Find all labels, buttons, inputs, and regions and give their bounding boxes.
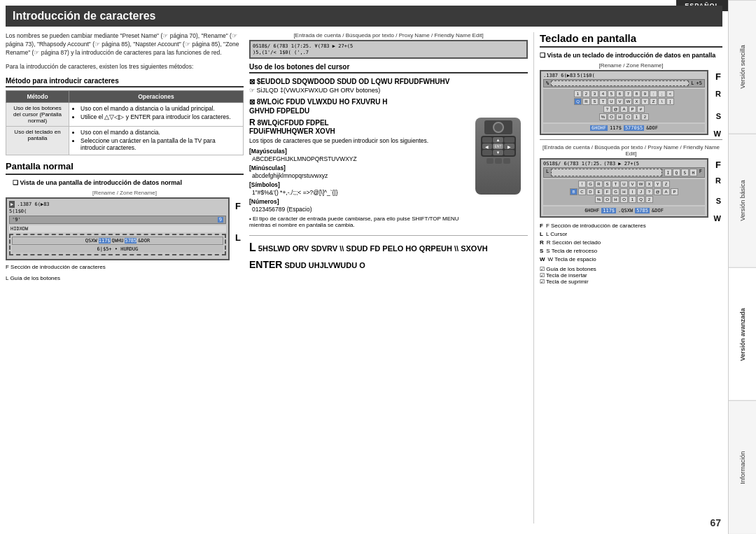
- remote-center-button: [493, 122, 504, 133]
- char-section-2: ⊠ 8WLOiC FDUD VLWXDU HO FXUVRU H GHVHD F…: [249, 97, 528, 115]
- screen-row-top: ▶ .1387 6(▶83: [9, 201, 226, 208]
- adv-input: L I Q S H F: [543, 167, 705, 178]
- mayusculas-value: ABCDEFGHIJKLMNOPQRSTUVWXYZ: [252, 155, 357, 162]
- adv-label-W: W: [714, 214, 721, 223]
- table-header-ops: Operaciones: [69, 90, 244, 102]
- char-section-3: R 8WLQiCFDUD FDPEL FDUiFWHUHQWER XOVH: [249, 118, 471, 135]
- R-label: R: [249, 118, 255, 127]
- intro-text2: Para la introducción de caracteres, exis…: [6, 63, 244, 71]
- bottom-section: L 5HSLWD ORV SDVRV \\ SDUD FD PELO HO QR…: [249, 235, 528, 272]
- pantalla-normal-subtitle: ❑ Vista de una pantalla de introducción …: [6, 179, 244, 186]
- screen-basic: .1387 6(▶83 5(1$0( % L +5 1 2: [540, 70, 708, 135]
- fn-L-teclado: L L Cursor: [540, 230, 722, 239]
- teclado-label-R: R: [715, 90, 721, 98]
- minusculas-value: abcdefghijklmnopqrstuvwxyz: [252, 172, 328, 179]
- teclado-label-F: F: [715, 71, 721, 82]
- shift-info: • El tipo de carácter de entrada puede c…: [249, 216, 471, 228]
- teclado-rename-label: [Rename / Zone Rename]: [540, 62, 722, 69]
- entry-label: [Entrada de cuenta / Búsqueda por texto …: [249, 32, 528, 38]
- adv-screen-bottom-row: 6HOHF 117$ .QSXW 5785 &DOF: [543, 206, 705, 215]
- content-layout: Los nombres se pueden cambiar mediante "…: [6, 32, 722, 524]
- teclado-label-W: W: [714, 129, 721, 138]
- sidebar-tab-version-sencilla[interactable]: Versión sencilla: [729, 0, 756, 134]
- method-ops-2: Uso con el mando a distancia. Seleccione…: [69, 126, 244, 155]
- teclado-label-S: S: [716, 112, 721, 120]
- numeros-value: 0123456789 (Espacio): [252, 206, 312, 213]
- keyboard-remote-layout: R 8WLQiCFDUD FDPEL FDUiFWHUHQWER XOVH Lo…: [249, 118, 528, 232]
- entry-screen: 0S18$/ 6(783 1(7:25. ¥(783 ▶ 27+(5 )5,(1…: [249, 40, 528, 59]
- minusculas-label: [Minúsculas]: [249, 164, 286, 171]
- main-content: Introducción de caracteres Los nombres s…: [0, 0, 728, 534]
- advanced-version-label: [Entrada de cuenta / Búsqueda por texto …: [540, 144, 722, 157]
- adv-label-S: S: [716, 197, 721, 205]
- teclado-screen-advanced: 0S18$/ 6(783 1(7:25. (783 ▶ 27+(5 L I Q …: [540, 158, 708, 218]
- page-title: Introducción de caracteres: [6, 6, 722, 27]
- simbolos-label: [Símbolos]: [249, 181, 280, 188]
- basic-input: % L +5: [543, 79, 705, 87]
- intro-text: Los nombres se pueden cambiar mediante "…: [6, 32, 244, 57]
- sidebar-tab-informacion[interactable]: Información: [729, 400, 756, 534]
- teclado-footnotes: F F Sección de introducción de caractere…: [540, 222, 722, 285]
- numeros-section: [Números] 0123456789 (Espacio): [249, 197, 471, 213]
- screen-dashed-box: QSXW 117$ QWHU 5785 &DOR 6|$5+ • HURDUG: [9, 234, 226, 255]
- adv-label-F: F: [715, 160, 721, 170]
- sidebar-tab-version-basica[interactable]: Versión básica: [729, 134, 756, 267]
- method-table: Método Operaciones Uso de los botones de…: [6, 90, 244, 155]
- screen-text-hidxow: HIDXOW: [9, 225, 226, 232]
- char-text-3: 8WLQiCFDUD FDPEL: [257, 119, 328, 127]
- adv-keyboard-display: ! G R S T U V W X Y Z: [543, 179, 705, 205]
- keyboard-display: 1 2 3 4 5 6 7 8 9 : ; <: [543, 89, 705, 122]
- fn-W-teclado: W W Tecla de espacio: [540, 255, 722, 264]
- pantalla-normal-title: Pantalla normal: [6, 161, 244, 175]
- mayusculas-section: [Mayúsculas] ABCDEFGHIJKLMNOPQRSTUVWXYZ: [249, 147, 471, 162]
- table-header-method: Método: [6, 90, 69, 102]
- method-ops-1: Uso con el mando a distancia o la unidad…: [69, 102, 244, 126]
- fn-S-teclado: S S Tecla de retroceso: [540, 247, 722, 255]
- screen-text-top: .1387 6(▶83: [17, 202, 49, 207]
- L-label-large: L: [249, 241, 256, 253]
- label-F: F: [235, 201, 241, 211]
- label-L: L: [235, 232, 241, 243]
- remote-control-area: ▲ ◀ ENT ▶ ▼: [475, 118, 528, 232]
- screen-advanced: 0S18$/ 6(783 1(7:25. (783 ▶ 27+(5 L I Q …: [540, 158, 708, 218]
- screen-input-row: '9' 9: [9, 216, 226, 224]
- screen-text-2: 5(1$0(: [9, 209, 226, 214]
- uso-botones-title: Uso de los botones del cursor: [249, 63, 528, 73]
- sidebar-tab-version-avanzada[interactable]: Versión avanzada: [729, 267, 756, 401]
- simbolos-value: 1"#$%&'() *+,-./:;;< =>?@[\]^_`{|}: [252, 189, 337, 196]
- method-name-1: Uso de los botones del cursor (Pantalla …: [6, 102, 69, 126]
- char-text-1: ⊠ $EUDOLD SDQWDOOD SDUD OD LQWU RFDUDFWH…: [249, 76, 528, 87]
- fn-extra: ☑ Guía de los botones ☑ Tecla de inserta…: [540, 266, 722, 285]
- teclado-screen-basic: .1387 6(▶83 5(1$0( % L +5 1 2: [540, 70, 708, 135]
- bottom-L-text: L 5HSLWD ORV SDVRV \\ SDUD FD PELO HO QR…: [249, 239, 528, 272]
- table-row: Uso del teclado en pantalla Uso con el m…: [6, 126, 244, 155]
- mayusculas-label: [Mayúsculas]: [249, 148, 287, 155]
- char-text-1b: ☞ SiJLQD ‡(VWUXFWXUD GH ORV botones): [249, 87, 528, 94]
- char-section-1: ⊠ $EUDOLD SDQWDOOD SDUD OD LQWU RFDUDFWH…: [249, 76, 528, 94]
- char-text-3b: FDUiFWHUHQWER XOVH: [249, 127, 471, 135]
- keyboard-text: R 8WLQiCFDUD FDPEL FDUiFWHUHQWER XOVH Lo…: [249, 118, 471, 232]
- page-number: 67: [710, 517, 721, 528]
- remote-control: ▲ ◀ ENT ▶ ▼: [475, 118, 521, 195]
- col-right: Teclado en pantalla ❑ Vista de un teclad…: [533, 32, 722, 524]
- method-name-2: Uso del teclado en pantalla: [6, 126, 69, 155]
- minusculas-section: [Minúsculas] abcdefghijklmnopqrstuvwxyz: [249, 164, 471, 179]
- screen-bottom-row: 6HOHF 117$ 5770$5 &DOF: [543, 124, 705, 132]
- right-sidebar: Versión sencilla Versión básica Versión …: [728, 0, 756, 534]
- rename-label: [Rename / Zone Rename]: [6, 190, 244, 196]
- char-text-2b: GHVHD FDPELDU: [249, 107, 528, 115]
- section-separator: [540, 139, 722, 140]
- teclado-subtitle: ❑ Vista de un teclado de introducción de…: [540, 52, 722, 59]
- adv-label-R: R: [715, 176, 721, 185]
- fn-R-teclado: R R Sección del teclado: [540, 239, 722, 247]
- remote-nav: ▲ ◀ ENT ▶ ▼: [481, 136, 516, 157]
- screen-mock-normal: ▶ .1387 6(▶83 5(1$0( '9' 9 HIDXOW QSXW 1…: [6, 197, 230, 260]
- simbolos-section: [Símbolos] 1"#$%&'() *+,-./:;;< =>?@[\]^…: [249, 181, 471, 196]
- table-row: Uso de los botones del cursor (Pantalla …: [6, 102, 244, 126]
- numeros-label: [Números]: [249, 198, 279, 205]
- char-info: Los tipos de caracteres que se pueden in…: [249, 137, 471, 144]
- char-text-2: ⊠ 8WLOiC FDUD VLWXDU HO FXUVRU H: [249, 97, 528, 107]
- teclado-title: Teclado en pantalla: [540, 32, 722, 48]
- col-left: Los nombres se pueden cambiar mediante "…: [6, 32, 244, 524]
- method-section-title: Método para introducir caracteres: [6, 77, 244, 87]
